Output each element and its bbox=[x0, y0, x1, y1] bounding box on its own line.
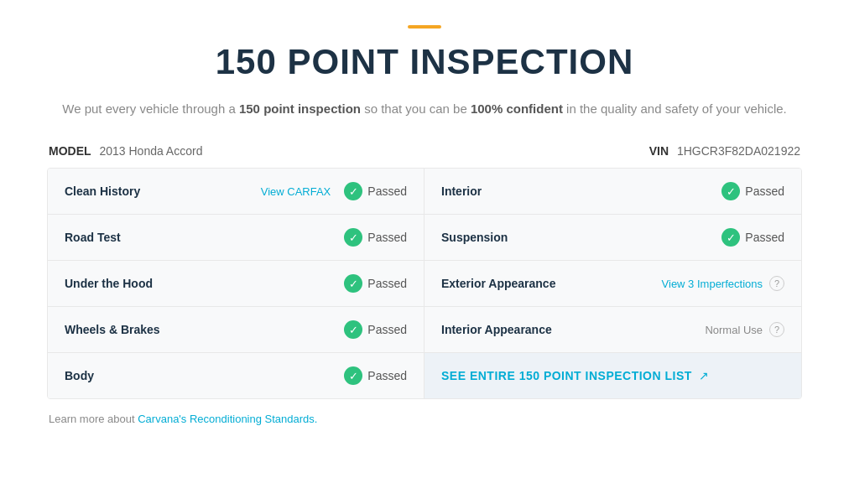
vin-value: 1HGCR3F82DA021922 bbox=[677, 144, 800, 158]
cell-interior: Interior ✓ Passed bbox=[424, 169, 801, 215]
body-status: Passed bbox=[367, 369, 407, 382]
view-imperfections-link[interactable]: View 3 Imperfections bbox=[662, 278, 763, 290]
subtitle-bold2: 100% confident bbox=[471, 101, 563, 116]
subtitle: We put every vehicle through a 150 point… bbox=[47, 99, 802, 119]
body-badge: ✓ Passed bbox=[344, 366, 407, 385]
exterior-appearance-label: Exterior Appearance bbox=[441, 277, 555, 290]
vin-label: VIN bbox=[649, 144, 669, 158]
suspension-label: Suspension bbox=[441, 231, 508, 244]
cell-see-all[interactable]: SEE ENTIRE 150 POINT INSPECTION LIST ↗ bbox=[424, 353, 801, 398]
check-icon-wheels-brakes: ✓ bbox=[344, 320, 362, 339]
suspension-badge: ✓ Passed bbox=[721, 228, 784, 247]
subtitle-pre: We put every vehicle through a bbox=[62, 101, 239, 116]
check-icon: ✓ bbox=[344, 182, 362, 200]
accent-bar bbox=[408, 25, 441, 29]
road-test-status: Passed bbox=[367, 231, 407, 244]
main-title: 150 POINT INSPECTION bbox=[47, 42, 802, 82]
check-icon-suspension: ✓ bbox=[721, 228, 740, 247]
road-test-label: Road Test bbox=[65, 231, 121, 244]
road-test-badge: ✓ Passed bbox=[344, 228, 407, 247]
check-icon-road-test: ✓ bbox=[344, 228, 362, 247]
clean-history-status: Passed bbox=[367, 184, 407, 198]
cell-suspension: Suspension ✓ Passed bbox=[424, 215, 801, 261]
check-icon-interior: ✓ bbox=[721, 182, 740, 200]
clean-history-label: Clean History bbox=[65, 184, 140, 198]
cell-under-hood: Under the Hood ✓ Passed bbox=[48, 261, 424, 307]
wheels-brakes-label: Wheels & Brakes bbox=[65, 323, 160, 336]
footer-pre: Learn more about bbox=[49, 413, 138, 425]
under-hood-badge: ✓ Passed bbox=[344, 274, 407, 293]
interior-appearance-label: Interior Appearance bbox=[441, 323, 552, 336]
header-section: 150 POINT INSPECTION We put every vehicl… bbox=[47, 25, 802, 119]
cell-clean-history: Clean History View CARFAX ✓ Passed bbox=[48, 169, 424, 215]
see-all-link[interactable]: SEE ENTIRE 150 POINT INSPECTION LIST bbox=[441, 369, 692, 382]
under-hood-label: Under the Hood bbox=[65, 277, 153, 290]
body-right: ✓ Passed bbox=[344, 366, 407, 385]
subtitle-bold1: 150 point inspection bbox=[239, 101, 361, 116]
question-icon-exterior[interactable]: ? bbox=[769, 276, 784, 291]
cell-road-test: Road Test ✓ Passed bbox=[48, 215, 424, 261]
interior-status: Passed bbox=[745, 184, 784, 198]
check-icon-body: ✓ bbox=[344, 366, 362, 385]
subtitle-post: in the quality and safety of your vehicl… bbox=[563, 101, 787, 116]
reconditioning-standards-link[interactable]: Carvana's Reconditioning Standards. bbox=[138, 413, 317, 425]
cell-exterior-appearance: Exterior Appearance View 3 Imperfections… bbox=[424, 261, 801, 307]
view-carfax-link[interactable]: View CARFAX bbox=[261, 185, 331, 198]
vehicle-model: MODEL 2013 Honda Accord bbox=[49, 144, 202, 158]
road-test-right: ✓ Passed bbox=[344, 228, 407, 247]
vehicle-vin: VIN 1HGCR3F82DA021922 bbox=[649, 144, 800, 158]
clean-history-right: View CARFAX ✓ Passed bbox=[261, 182, 407, 200]
under-hood-status: Passed bbox=[367, 277, 407, 290]
cell-wheels-brakes: Wheels & Brakes ✓ Passed bbox=[48, 307, 424, 353]
under-hood-right: ✓ Passed bbox=[344, 274, 407, 293]
wheels-brakes-badge: ✓ Passed bbox=[344, 320, 407, 339]
suspension-status: Passed bbox=[745, 231, 784, 244]
normal-use-text: Normal Use bbox=[705, 324, 763, 336]
question-icon-interior[interactable]: ? bbox=[769, 322, 784, 337]
exterior-appearance-right: View 3 Imperfections ? bbox=[662, 276, 784, 291]
interior-label: Interior bbox=[441, 184, 482, 198]
interior-right: ✓ Passed bbox=[721, 182, 784, 200]
body-label: Body bbox=[65, 369, 94, 382]
suspension-right: ✓ Passed bbox=[721, 228, 784, 247]
wheels-brakes-right: ✓ Passed bbox=[344, 320, 407, 339]
interior-appearance-right: Normal Use ? bbox=[705, 322, 784, 337]
see-all-content: SEE ENTIRE 150 POINT INSPECTION LIST ↗ bbox=[441, 369, 784, 382]
cell-interior-appearance: Interior Appearance Normal Use ? bbox=[424, 307, 801, 353]
wheels-brakes-status: Passed bbox=[367, 323, 407, 336]
vehicle-info: MODEL 2013 Honda Accord VIN 1HGCR3F82DA0… bbox=[47, 144, 802, 158]
check-icon-under-hood: ✓ bbox=[344, 274, 362, 293]
external-link-icon: ↗ bbox=[699, 369, 709, 382]
inspection-grid: Clean History View CARFAX ✓ Passed Inter… bbox=[47, 168, 802, 399]
model-label: MODEL bbox=[49, 144, 91, 158]
interior-badge: ✓ Passed bbox=[721, 182, 784, 200]
model-value: 2013 Honda Accord bbox=[99, 144, 202, 158]
clean-history-badge: ✓ Passed bbox=[344, 182, 407, 200]
cell-body: Body ✓ Passed bbox=[48, 353, 424, 398]
subtitle-mid: so that you can be bbox=[361, 101, 471, 116]
page-container: 150 POINT INSPECTION We put every vehicl… bbox=[47, 25, 802, 425]
footer-text: Learn more about Carvana's Reconditionin… bbox=[47, 413, 802, 425]
